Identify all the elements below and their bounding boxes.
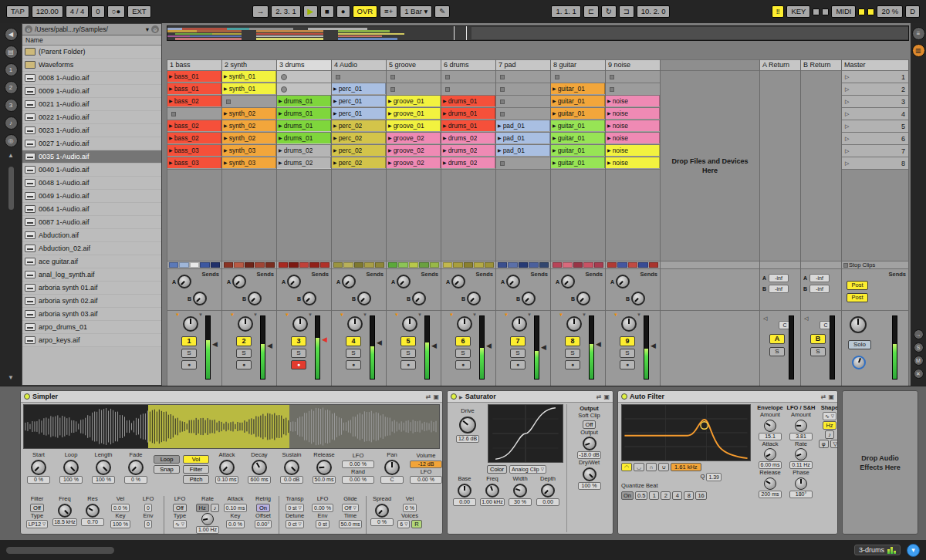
clip-drums-02[interactable]: ▶drums_02 (441, 133, 495, 143)
hot-swap-target-icon[interactable]: ⊙ (151, 25, 159, 33)
clip-slot[interactable]: ▶drums_01 (277, 108, 331, 120)
dry-wet-value[interactable]: 100 % (578, 482, 601, 490)
volume-meter[interactable] (260, 315, 265, 380)
loop-knob[interactable] (63, 460, 79, 475)
volume-meter[interactable] (789, 315, 794, 380)
save-preset-icon[interactable]: ▣ (603, 393, 610, 400)
clip-stop-button[interactable] (610, 75, 614, 79)
base-knob[interactable] (458, 484, 471, 498)
volume-meter[interactable] (830, 315, 835, 380)
amount-value[interactable]: 3.81 (789, 433, 813, 440)
clip-slot[interactable]: ▶bass_02 (167, 96, 221, 108)
clip-launch-icon[interactable]: ▶ (333, 160, 337, 165)
clip-bass-02[interactable]: ▶bass_02 (167, 133, 221, 143)
release-knob[interactable] (764, 477, 776, 490)
list-item[interactable]: ace guitar.aif (22, 255, 161, 268)
clip-launch-icon[interactable]: ▶ (388, 99, 392, 103)
loop-button[interactable]: Loop (154, 455, 180, 464)
send-b-knob[interactable] (302, 292, 316, 305)
scene-launch-icon[interactable]: ▷ (845, 74, 849, 80)
browser-path[interactable]: /Users/pabl...ry/Samples/ (35, 25, 144, 33)
spread-value[interactable]: 0 % (370, 518, 394, 526)
pan-knob[interactable] (621, 316, 637, 332)
clip-bass-02[interactable]: ▶bass_02 (167, 120, 221, 131)
send-a-knob[interactable] (342, 275, 356, 288)
quantize-16-button[interactable]: 16 (695, 491, 706, 500)
solo-button[interactable]: S (620, 349, 635, 358)
lfo-field[interactable]: 0.00 % (342, 460, 374, 468)
base-value[interactable]: 0.00 (453, 498, 476, 506)
q-field[interactable]: 1.39 (706, 473, 722, 481)
clip-stop-button[interactable] (445, 87, 450, 92)
filter-frequency-field[interactable]: 1.61 kHz (671, 463, 701, 471)
clip-stop-button[interactable] (445, 75, 450, 79)
stop-all-clips-button[interactable]: Stop Clips (849, 261, 875, 268)
clip-slot[interactable] (441, 71, 495, 83)
list-item[interactable]: 0035 1-Audio.aif (22, 150, 161, 164)
clip-stop-button[interactable] (500, 87, 505, 92)
clip-slot[interactable]: ▶perc_02 (332, 145, 386, 157)
freq-knob[interactable] (58, 504, 72, 518)
amount-knob[interactable] (795, 420, 807, 432)
clip-launch-icon[interactable]: ▶ (388, 111, 392, 116)
arm-button[interactable]: ● (565, 360, 580, 369)
clip-stop-button[interactable] (610, 87, 614, 92)
track-activator[interactable]: 3 (291, 336, 306, 346)
clip-launch-icon[interactable]: ▶ (607, 99, 611, 103)
clip-groove-02[interactable]: ▶groove_02 (387, 133, 441, 143)
send-a-knob[interactable] (287, 275, 301, 288)
scene-slot[interactable]: ▷4 (842, 108, 908, 120)
clip-slot[interactable]: ▶groove_01 (387, 108, 441, 120)
clip-launch-icon[interactable]: ▶ (607, 111, 611, 116)
send-a-post-toggle[interactable]: Post (847, 281, 868, 290)
solo-button[interactable]: S (236, 349, 252, 358)
rate-knob[interactable] (795, 448, 807, 460)
sustain-value[interactable]: 0.0 dB (280, 476, 303, 484)
scene-slot[interactable]: ▷8 (842, 157, 908, 170)
clip-bass-03[interactable]: ▶bass_03 (167, 157, 221, 168)
scroll-down-icon[interactable]: ▼ (8, 374, 14, 381)
clip-slot[interactable] (387, 71, 441, 83)
clip-slot[interactable]: ▶bass_01 (167, 71, 221, 83)
freq-knob[interactable] (485, 484, 499, 498)
decay-knob[interactable] (252, 460, 267, 475)
clip-drums-02[interactable]: ▶drums_02 (441, 157, 495, 168)
clip-pad-01[interactable]: ▶pad_01 (496, 133, 550, 143)
clip-launch-icon[interactable]: ▶ (169, 86, 173, 91)
track-activator[interactable]: 4 (346, 336, 361, 346)
clip-slot[interactable]: ▶groove_02 (387, 157, 441, 170)
clip-perc-01[interactable]: ▶perc_01 (332, 108, 386, 119)
clip-slot[interactable]: ▶perc_01 (332, 83, 386, 96)
clip-slot[interactable]: ▶synth_02 (222, 108, 276, 120)
track-header-3-drums[interactable]: 3 drums (277, 59, 331, 71)
clip-drums-01[interactable]: ▶drums_01 (277, 108, 331, 119)
clip-launch-icon[interactable]: ▶ (553, 160, 556, 165)
list-item[interactable]: 0040 1-Audio.aif (22, 164, 161, 177)
clip-launch-icon[interactable]: ▶ (443, 99, 447, 103)
spread-knob[interactable] (375, 504, 389, 518)
lfo-hz-button[interactable]: Hz (823, 421, 836, 430)
type-menu[interactable]: LP12▽ (26, 520, 49, 528)
list-item[interactable]: 0021 1-Audio.aif (22, 98, 161, 111)
send-b-knob[interactable] (467, 292, 481, 305)
clip-noise[interactable]: ▶noise (606, 108, 660, 119)
clip-slot[interactable] (222, 96, 276, 108)
device-browser-icon[interactable]: ▤ (5, 46, 18, 59)
track-activator[interactable]: 9 (620, 336, 635, 346)
clip-slot[interactable]: ▶guitar_01 (551, 157, 605, 170)
clip-slot[interactable]: ▶drums_01 (277, 133, 331, 145)
clip-perc-01[interactable]: ▶perc_01 (332, 83, 386, 94)
volume-fader-handle[interactable]: ◀ (596, 341, 601, 348)
scene-slot[interactable]: ▷1 (842, 71, 908, 83)
clip-slot[interactable]: ▶synth_01 (222, 71, 276, 83)
send-a-knob[interactable] (451, 275, 465, 288)
bandpass-icon[interactable]: ∩ (646, 463, 657, 471)
clip-launch-icon[interactable]: ▶ (607, 123, 611, 128)
clip-stop-button[interactable] (336, 75, 340, 79)
list-item[interactable]: Abduction_02.aif (22, 242, 161, 255)
clip-drums-02[interactable]: ▶drums_02 (277, 145, 331, 156)
quantize-0-5-button[interactable]: 0.5 (635, 491, 647, 500)
lfo-field[interactable]: 0.00 % (410, 476, 442, 484)
volume-meter[interactable] (370, 315, 375, 380)
arm-button[interactable]: ● (291, 360, 306, 369)
